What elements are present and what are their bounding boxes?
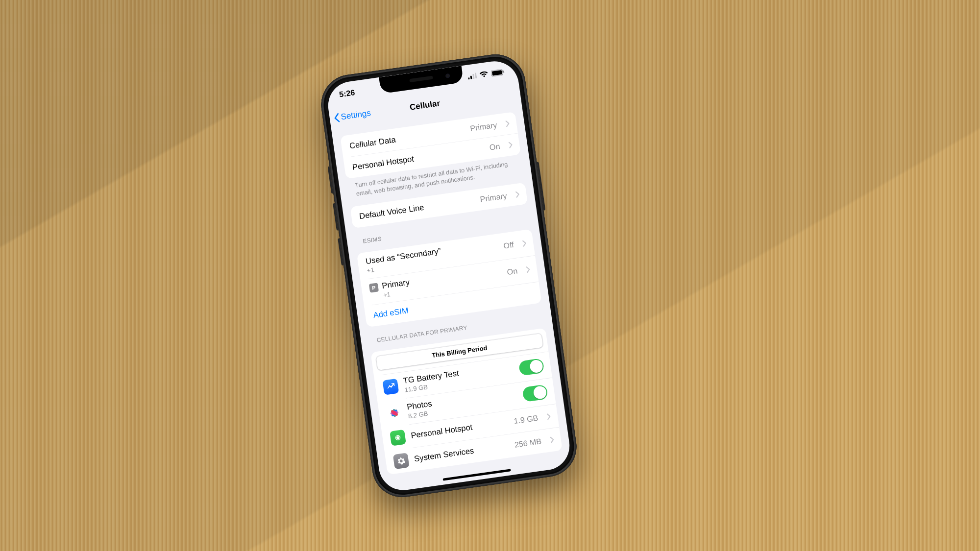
- esim-primary-value: On: [507, 266, 518, 277]
- app-icon-photos: [386, 404, 403, 421]
- app-icon-battery-test: [382, 378, 399, 395]
- cellular-data-value: Primary: [469, 120, 497, 133]
- svg-rect-2: [472, 73, 474, 78]
- phone-frame: 5:26: [318, 50, 581, 501]
- svg-rect-6: [503, 70, 505, 72]
- app-toggle[interactable]: [522, 384, 548, 402]
- back-label: Settings: [340, 108, 371, 122]
- hotspot-usage: 1.9 GB: [514, 413, 539, 426]
- chevron-right-icon: [522, 240, 527, 247]
- phone-screen: 5:26: [325, 58, 572, 493]
- chevron-right-icon: [550, 436, 555, 443]
- add-esim-label: Add eSIM: [372, 306, 409, 320]
- group-esims: Used as “Secondary” +1 Off P Primary +1: [357, 229, 542, 327]
- system-services-usage: 256 MB: [514, 436, 542, 449]
- hotspot-icon: [390, 429, 406, 446]
- chevron-right-icon: [508, 141, 513, 148]
- voice-line-value: Primary: [480, 191, 508, 203]
- page-title: Cellular: [409, 98, 441, 112]
- status-time: 5:26: [339, 88, 355, 99]
- esim-secondary-value: Off: [503, 240, 514, 250]
- app-toggle[interactable]: [518, 358, 545, 376]
- voice-line-label: Default Voice Line: [359, 195, 475, 221]
- wifi-icon: [479, 71, 489, 77]
- svg-rect-3: [475, 72, 477, 78]
- segment-label: This Billing Period: [431, 344, 488, 359]
- chevron-left-icon: [333, 113, 341, 123]
- chevron-right-icon: [526, 265, 531, 273]
- settings-scroll[interactable]: Cellular Data Primary Personal Hotspot O…: [331, 102, 573, 493]
- group-data-usage: This Billing Period TG Battery Test 11.9…: [370, 328, 563, 475]
- chevron-right-icon: [515, 191, 520, 198]
- svg-rect-1: [470, 75, 472, 79]
- gear-icon: [393, 453, 410, 469]
- back-button[interactable]: Settings: [333, 108, 371, 123]
- battery-icon: [490, 68, 505, 76]
- chevron-right-icon: [505, 120, 510, 127]
- sim-badge-icon: P: [369, 283, 379, 292]
- photos-flower-icon: [387, 406, 401, 420]
- chevron-right-icon: [546, 412, 551, 420]
- status-indicators: [467, 68, 505, 79]
- svg-rect-0: [468, 77, 470, 79]
- personal-hotspot-value: On: [489, 142, 501, 152]
- cellular-signal-icon: [467, 72, 477, 79]
